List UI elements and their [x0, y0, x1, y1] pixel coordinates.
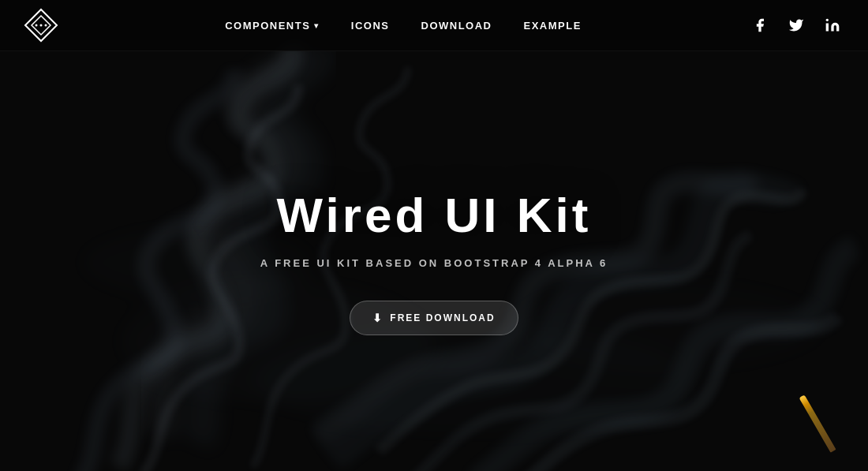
nav-item-download[interactable]: DOWNLOAD — [406, 0, 508, 51]
hero-content: Wired UI Kit A FREE UI KIT BASED ON BOOT… — [0, 51, 868, 471]
download-icon: ⬇ — [372, 312, 383, 324]
hero-section: COMPONENTS ▾ ICONS DOWNLOAD EXAMPLE — [0, 0, 868, 471]
nav-item-example[interactable]: EXAMPLE — [508, 0, 597, 51]
navbar-nav: COMPONENTS ▾ ICONS DOWNLOAD EXAMPLE — [209, 0, 597, 51]
svg-point-8 — [45, 24, 47, 27]
svg-point-10 — [826, 19, 829, 21]
svg-point-6 — [36, 24, 38, 27]
facebook-icon[interactable] — [748, 13, 772, 37]
navbar-social — [748, 13, 844, 37]
svg-point-7 — [40, 24, 43, 27]
nav-item-icons[interactable]: ICONS — [335, 0, 406, 51]
twitter-icon[interactable] — [784, 13, 808, 37]
logo[interactable] — [24, 8, 58, 43]
nav-item-components[interactable]: COMPONENTS ▾ — [209, 0, 335, 51]
linkedin-icon[interactable] — [821, 13, 844, 37]
hero-title: Wired UI Kit — [277, 187, 592, 243]
navbar-logo-area — [24, 8, 58, 43]
navbar: COMPONENTS ▾ ICONS DOWNLOAD EXAMPLE — [0, 0, 868, 51]
free-download-button[interactable]: ⬇ FREE DOWNLOAD — [350, 301, 518, 335]
svg-rect-9 — [826, 24, 829, 32]
chevron-down-icon: ▾ — [314, 21, 320, 30]
hero-subtitle: A FREE UI KIT BASED ON BOOTSTRAP 4 ALPHA… — [260, 257, 608, 269]
